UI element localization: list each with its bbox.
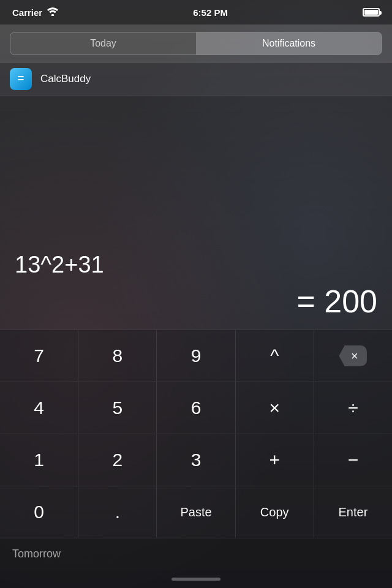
svg-point-0 — [51, 13, 55, 15]
key-2[interactable]: 2 — [78, 434, 157, 486]
app-icon: = — [10, 68, 32, 90]
carrier-label: Carrier — [12, 7, 42, 18]
segmented-control: Today Notifications — [0, 24, 392, 62]
segment-wrapper: Today Notifications — [10, 32, 382, 55]
home-indicator — [0, 570, 392, 588]
key-paste[interactable]: Paste — [157, 486, 235, 538]
key-divide[interactable]: ÷ — [314, 382, 392, 434]
wifi-icon — [47, 7, 58, 18]
tab-notifications[interactable]: Notifications — [196, 32, 382, 55]
key-multiply[interactable]: × — [236, 382, 314, 434]
calculator-display: 13^2+31 = 200 — [0, 96, 392, 330]
key-row-4: 0 . Paste Copy Enter — [0, 486, 392, 538]
key-row-3: 1 2 3 + − — [0, 434, 392, 486]
tomorrow-label: Tomorrow — [12, 548, 61, 560]
key-minus[interactable]: − — [314, 434, 392, 486]
key-row-1: 7 8 9 ^ — [0, 330, 392, 382]
key-enter[interactable]: Enter — [314, 486, 392, 538]
app-name-label: CalcBuddy — [40, 73, 91, 85]
backspace-icon — [339, 345, 367, 366]
key-backspace[interactable] — [314, 330, 392, 382]
key-0[interactable]: 0 — [0, 486, 78, 538]
key-copy[interactable]: Copy — [236, 486, 314, 538]
tab-today[interactable]: Today — [10, 32, 196, 55]
key-1[interactable]: 1 — [0, 434, 78, 486]
key-9[interactable]: 9 — [157, 330, 235, 382]
key-6[interactable]: 6 — [157, 382, 235, 434]
key-5[interactable]: 5 — [78, 382, 157, 434]
time-label: 6:52 PM — [193, 7, 228, 18]
key-dot[interactable]: . — [78, 486, 157, 538]
key-row-2: 4 5 6 × ÷ — [0, 382, 392, 434]
tomorrow-bar: Tomorrow — [0, 538, 392, 570]
key-3[interactable]: 3 — [157, 434, 235, 486]
key-plus[interactable]: + — [236, 434, 314, 486]
status-right — [363, 8, 380, 17]
calc-result: = 200 — [15, 283, 377, 320]
status-bar: Carrier 6:52 PM — [0, 0, 392, 24]
key-caret[interactable]: ^ — [236, 330, 314, 382]
key-8[interactable]: 8 — [78, 330, 157, 382]
status-left: Carrier — [12, 7, 58, 18]
home-bar — [172, 578, 221, 581]
calc-expression: 13^2+31 — [15, 252, 377, 278]
key-4[interactable]: 4 — [0, 382, 78, 434]
key-7[interactable]: 7 — [0, 330, 78, 382]
keypad: 7 8 9 ^ 4 5 6 — [0, 330, 392, 538]
battery-icon — [363, 8, 380, 17]
app-header: = CalcBuddy — [0, 62, 392, 96]
